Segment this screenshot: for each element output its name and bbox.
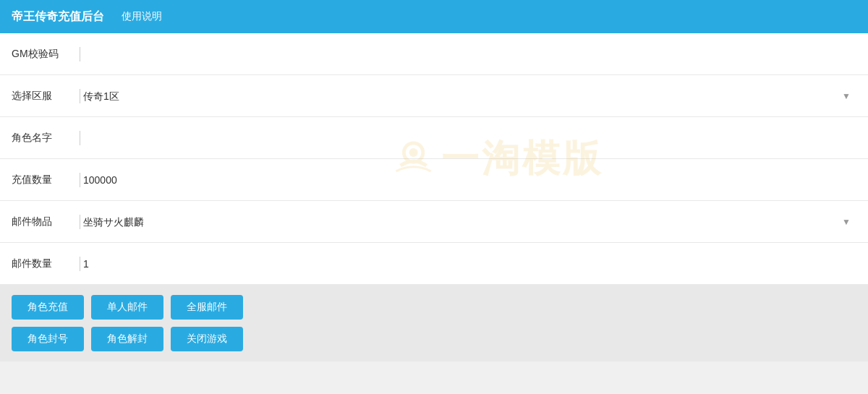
button-row-1: 角色充值 单人邮件 全服邮件 — [12, 295, 856, 320]
main-form: 一淘模版 GM校验码 选择区服 传奇1区 传奇2区 传奇3区 ▼ 角色名字 充值… — [0, 33, 868, 285]
region-label: 选择区服 — [12, 90, 77, 103]
mail-item-label: 邮件物品 — [12, 215, 77, 228]
recharge-amount-row: 充值数量 — [0, 159, 868, 201]
mail-item-row: 邮件物品 坐骑サ火麒麟 其他物品 ▼ — [0, 201, 868, 243]
mail-count-label: 邮件数量 — [12, 257, 77, 270]
app-title: 帝王传奇充值后台 — [12, 9, 104, 25]
region-select[interactable]: 传奇1区 传奇2区 传奇3区 — [83, 90, 856, 102]
usage-guide-link[interactable]: 使用说明 — [122, 10, 162, 23]
all-server-mail-button[interactable]: 全服邮件 — [171, 295, 243, 320]
separator — [80, 215, 80, 229]
char-name-label: 角色名字 — [12, 132, 77, 145]
role-ban-button[interactable]: 角色封号 — [12, 327, 84, 351]
char-name-input[interactable] — [83, 132, 856, 144]
separator — [80, 89, 80, 103]
button-row-2: 角色封号 角色解封 关闭游戏 — [12, 327, 856, 351]
separator — [80, 173, 80, 187]
char-name-row: 角色名字 — [0, 117, 868, 159]
mail-count-row: 邮件数量 — [0, 243, 868, 285]
recharge-amount-label: 充值数量 — [12, 174, 77, 187]
gm-code-row: GM校验码 — [0, 33, 868, 75]
role-unban-button[interactable]: 角色解封 — [91, 327, 163, 351]
separator — [80, 257, 80, 271]
separator — [80, 131, 80, 145]
region-select-wrapper: 传奇1区 传奇2区 传奇3区 ▼ — [83, 90, 856, 102]
mail-count-input[interactable] — [83, 258, 856, 270]
recharge-amount-input[interactable] — [83, 174, 856, 186]
gm-code-input[interactable] — [83, 48, 856, 60]
gm-code-label: GM校验码 — [12, 48, 77, 61]
mail-item-select[interactable]: 坐骑サ火麒麟 其他物品 — [83, 216, 856, 228]
role-recharge-button[interactable]: 角色充值 — [12, 295, 84, 320]
region-row: 选择区服 传奇1区 传奇2区 传奇3区 ▼ — [0, 75, 868, 117]
separator — [80, 47, 80, 61]
mail-item-select-wrapper: 坐骑サ火麒麟 其他物品 ▼ — [83, 216, 856, 228]
single-mail-button[interactable]: 单人邮件 — [91, 295, 163, 320]
actions-area: 角色充值 单人邮件 全服邮件 角色封号 角色解封 关闭游戏 — [0, 285, 868, 361]
header: 帝王传奇充值后台 使用说明 — [0, 0, 868, 33]
close-game-button[interactable]: 关闭游戏 — [171, 327, 243, 351]
